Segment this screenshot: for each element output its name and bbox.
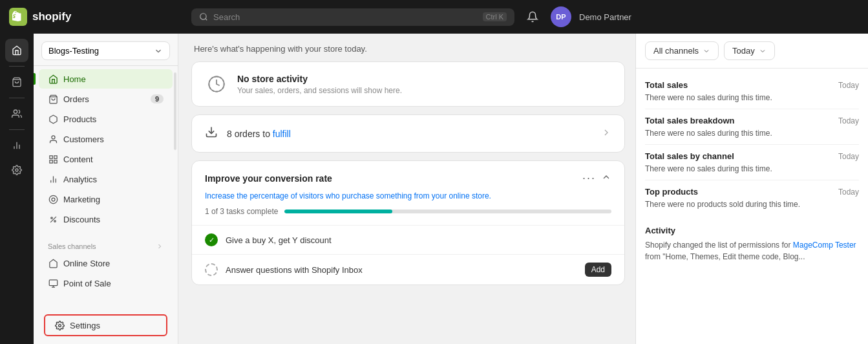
settings-button[interactable]: Settings — [44, 314, 167, 336]
right-panel: All channels Today — [635, 34, 868, 344]
content-icon — [48, 154, 58, 164]
sales-channels-label: Sales channels — [39, 237, 173, 253]
stat-sales-breakdown: Total sales breakdown Today There were n… — [645, 109, 859, 145]
sidebar: Blogs-Testing — [34, 34, 178, 344]
notification-button[interactable] — [522, 6, 543, 27]
nav-section-main: Home Orders 9 — [34, 66, 178, 232]
sidebar-item-home[interactable]: Home — [39, 69, 173, 89]
task-item-1[interactable]: Answer questions with Shopify Inbox Add — [192, 254, 624, 285]
sidebar-top: Blogs-Testing — [34, 34, 178, 66]
activity-title: Activity — [645, 226, 859, 235]
svg-rect-20 — [49, 279, 58, 285]
rail-divider-2 — [9, 98, 25, 98]
svg-rect-9 — [54, 155, 56, 158]
svg-rect-10 — [54, 160, 56, 162]
header-bar: Search Ctrl K DP Demo Partner — [181, 0, 868, 34]
fulfill-text: 8 orders to fulfill — [227, 129, 592, 139]
conversion-card: Improve your conversion rate ··· Increas… — [191, 160, 625, 285]
products-label: Products — [63, 114, 96, 124]
rail-orders[interactable] — [5, 70, 28, 94]
svg-point-16 — [52, 198, 55, 201]
sidebar-item-content[interactable]: Content — [39, 149, 173, 169]
search-bar[interactable]: Search Ctrl K — [191, 8, 514, 26]
conversion-collapse-icon[interactable] — [601, 172, 611, 184]
sidebar-item-discounts[interactable]: Discounts — [39, 210, 173, 229]
channels-filter-button[interactable]: All channels — [645, 41, 719, 60]
svg-point-1 — [14, 110, 17, 113]
stat-top-products: Top products Today There were no product… — [645, 180, 859, 215]
header-right: DP Demo Partner — [522, 6, 631, 27]
right-panel-header: All channels Today — [636, 34, 868, 69]
activity-link[interactable]: MageComp Tester — [793, 241, 856, 250]
orders-icon — [48, 94, 58, 104]
conversion-header: Improve your conversion rate ··· — [192, 161, 624, 191]
shopify-logo-icon — [9, 8, 27, 26]
shopify-wordmark: shopify — [32, 10, 71, 23]
rail-analytics[interactable] — [5, 134, 28, 157]
left-column: shopify — [0, 0, 181, 344]
stat-total-sales: Total sales Today There were no sales du… — [645, 74, 859, 109]
main-area: Search Ctrl K DP Demo Partner Here's wha… — [181, 0, 868, 344]
icon-rail — [0, 34, 34, 344]
search-placeholder: Search — [213, 12, 240, 22]
stat-top-products-title: Top products — [645, 187, 698, 197]
sidebar-item-customers[interactable]: Customers — [39, 129, 173, 149]
svg-point-17 — [50, 217, 52, 219]
app-shell: shopify — [0, 0, 868, 344]
sidebar-item-pos[interactable]: Point of Sale — [39, 274, 173, 293]
marketing-label: Marketing — [63, 195, 100, 204]
conversion-progress: 1 of 3 tasks complete — [192, 207, 624, 225]
stat-top-products-date: Today — [838, 188, 859, 197]
activity-section: Activity Shopify changed the list of per… — [636, 220, 868, 268]
marketing-icon — [48, 194, 58, 204]
stat-breakdown-date: Today — [838, 116, 859, 125]
avatar[interactable]: DP — [551, 6, 571, 27]
svg-rect-11 — [49, 160, 52, 162]
customers-icon — [48, 134, 58, 144]
left-top-header: shopify — [0, 0, 181, 34]
no-activity-text: No store activity Your sales, orders, an… — [237, 74, 402, 95]
body-area: Here's what's happening with your store … — [181, 34, 868, 344]
stat-total-sales-value: There were no sales during this time. — [645, 93, 772, 102]
sidebar-item-online-store[interactable]: Online Store — [39, 253, 173, 273]
rail-people[interactable] — [5, 102, 28, 125]
content-label: Content — [63, 155, 93, 164]
conversion-actions: ··· — [582, 171, 611, 185]
fulfill-orders-card[interactable]: 8 orders to fulfill — [191, 114, 625, 153]
svg-point-15 — [49, 195, 58, 204]
conversion-more-icon[interactable]: ··· — [582, 171, 596, 185]
conversion-title: Improve your conversion rate — [205, 173, 332, 184]
analytics-icon — [48, 174, 58, 184]
store-selector[interactable]: Blogs-Testing — [41, 41, 170, 60]
sidebar-item-marketing[interactable]: Marketing — [39, 189, 173, 209]
date-filter-button[interactable]: Today — [724, 41, 775, 60]
sidebar-item-analytics[interactable]: Analytics — [39, 169, 173, 189]
task-item-0[interactable]: ✓ Give a buy X, get Y discount — [192, 225, 624, 254]
date-filter-label: Today — [732, 46, 755, 56]
partner-name: Demo Partner — [579, 12, 631, 22]
stat-channel-title: Total sales by channel — [645, 151, 734, 161]
progress-label: 1 of 3 tasks complete — [205, 207, 278, 216]
fulfill-link[interactable]: fulfill — [273, 129, 291, 139]
svg-point-7 — [52, 135, 55, 138]
rail-settings[interactable] — [5, 158, 28, 182]
stat-top-products-value: There were no products sold during this … — [645, 200, 800, 209]
svg-point-24 — [200, 14, 206, 19]
main-greeting: Here's what's happening with your store … — [191, 44, 625, 54]
progress-bar-track — [284, 210, 611, 213]
stats-section: Total sales Today There were no sales du… — [636, 69, 868, 220]
analytics-label: Analytics — [63, 175, 97, 184]
sidebar-item-orders[interactable]: Orders 9 — [39, 89, 173, 109]
rail-home[interactable] — [5, 39, 28, 62]
conversion-description: Increase the percentage of visitors who … — [192, 191, 624, 207]
task-pending-icon — [205, 263, 218, 276]
task-cta[interactable]: Add — [585, 263, 611, 277]
stat-channel-value: There were no sales during this time. — [645, 164, 772, 173]
sidebar-item-products[interactable]: Products — [39, 109, 173, 129]
channels-filter-label: All channels — [653, 46, 699, 56]
stat-channel-date: Today — [838, 152, 859, 161]
svg-point-5 — [16, 169, 18, 171]
progress-bar-fill — [284, 210, 392, 213]
stat-total-sales-date: Today — [838, 81, 859, 90]
activity-icon — [205, 72, 228, 96]
